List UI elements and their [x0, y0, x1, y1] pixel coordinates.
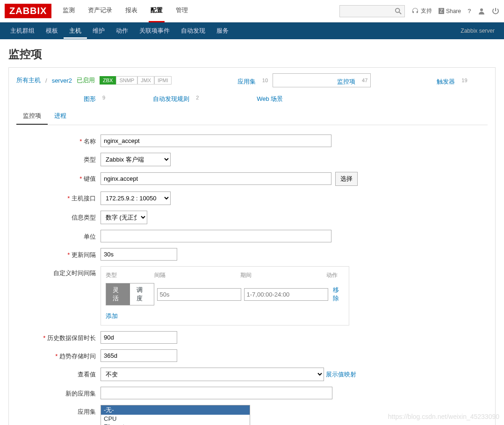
proto-badges: ZBX SNMP JMX IPMI: [100, 76, 172, 85]
form-tabs: 监控项 进程: [16, 108, 488, 125]
name-input[interactable]: [101, 135, 331, 147]
subnav-discovery[interactable]: 自动发现: [175, 23, 211, 39]
topnav: 监测 资产记录 报表 配置 管理: [61, 0, 339, 22]
subnav-hostgroups[interactable]: 主机群组: [5, 23, 40, 39]
topnav-reports[interactable]: 报表: [123, 0, 139, 22]
hist-input[interactable]: [101, 331, 177, 344]
unit-input[interactable]: [101, 230, 331, 242]
topnav-monitor[interactable]: 监测: [61, 0, 77, 22]
unit-label: 单位: [16, 230, 101, 241]
crumb-all-hosts[interactable]: 所有主机: [16, 76, 41, 85]
cint-header: 类型 间隔 期间 动作: [106, 271, 344, 279]
list-item[interactable]: -无-: [101, 405, 250, 415]
view-map-link[interactable]: 展示值映射: [326, 371, 356, 378]
view-select[interactable]: 不变: [101, 368, 324, 381]
topbar-right: 支持 Z Share ?: [339, 5, 499, 17]
iface-select[interactable]: 172.25.9.2 : 10050: [101, 191, 171, 205]
subnav-maintenance[interactable]: 维护: [87, 23, 110, 39]
hist-label: 历史数据保留时长: [16, 331, 101, 342]
type-label: 类型: [16, 153, 101, 164]
cint-add-link[interactable]: 添加: [106, 312, 344, 320]
crumb-host[interactable]: server2: [52, 77, 72, 84]
badge-ipmi: IPMI: [154, 76, 172, 85]
cint-period-input[interactable]: [244, 288, 328, 301]
svg-point-2: [480, 8, 483, 11]
newapp-label: 新的应用集: [16, 387, 101, 398]
badge-zbx: ZBX: [100, 76, 116, 85]
cint-row: 灵活 调度 移除: [106, 283, 344, 305]
key-input[interactable]: [101, 172, 331, 185]
subnav-templates[interactable]: 模板: [40, 23, 64, 39]
badge-snmp: SNMP: [116, 76, 137, 85]
subnav-correlation[interactable]: 关联项事件: [134, 23, 175, 39]
subnav-server: Zabbix server: [461, 28, 499, 34]
breadcrumb: 所有主机 / server2 已启用 ZBX SNMP JMX IPMI 应用集…: [16, 73, 488, 103]
name-label: 名称: [16, 135, 101, 146]
cint-remove-link[interactable]: 移除: [333, 286, 344, 303]
topbar: ZABBIX 监测 资产记录 报表 配置 管理 支持 Z Share ?: [0, 0, 504, 22]
page-title: 监控项: [0, 39, 504, 67]
newapp-input[interactable]: [101, 387, 332, 399]
subnav-actions[interactable]: 动作: [110, 23, 134, 39]
crumb-graphs[interactable]: 图形9: [16, 92, 105, 103]
cint-interval-input[interactable]: [157, 288, 241, 301]
trend-input[interactable]: [101, 349, 177, 362]
badge-jmx: JMX: [137, 76, 154, 85]
search-icon: [395, 8, 402, 14]
subnav-services[interactable]: 服务: [211, 23, 234, 39]
cint-type-toggle[interactable]: 灵活 调度: [106, 283, 154, 305]
status-enabled: 已启用: [77, 76, 95, 85]
type-select[interactable]: Zabbix 客户端: [101, 153, 171, 166]
subnav: 主机群组 模板 主机 维护 动作 关联项事件 自动发现 服务 Zabbix se…: [0, 22, 504, 39]
svg-point-0: [396, 8, 400, 12]
crumb-discovery[interactable]: 自动发现规则2: [110, 92, 199, 103]
crumb-web[interactable]: Web 场景: [203, 92, 288, 103]
headset-icon: [411, 7, 419, 15]
logo: ZABBIX: [5, 4, 51, 18]
upd-label: 更新间隔: [16, 248, 101, 259]
topnav-admin[interactable]: 管理: [174, 0, 190, 22]
share-badge-icon: Z: [439, 8, 444, 14]
iface-label: 主机接口: [16, 191, 101, 203]
item-form: 名称 类型Zabbix 客户端 键值选择 主机接口172.25.9.2 : 10…: [16, 125, 488, 425]
upd-input[interactable]: [101, 248, 177, 261]
apps-listbox[interactable]: -无- CPU Filesystems General Memory Netwo…: [101, 405, 250, 425]
search-input[interactable]: [339, 5, 405, 17]
key-label: 键值: [16, 172, 101, 183]
topnav-config[interactable]: 配置: [149, 0, 165, 22]
list-item[interactable]: Filesystems: [101, 423, 250, 425]
panel: 所有主机 / server2 已启用 ZBX SNMP JMX IPMI 应用集…: [8, 67, 496, 425]
help-icon[interactable]: ?: [468, 7, 471, 14]
view-label: 查看值: [16, 368, 101, 379]
info-label: 信息类型: [16, 211, 101, 222]
crumb-triggers[interactable]: 触发器19: [375, 75, 467, 86]
key-select-button[interactable]: 选择: [335, 172, 358, 186]
list-item[interactable]: CPU: [101, 415, 250, 423]
topnav-inventory[interactable]: 资产记录: [86, 0, 114, 22]
crumb-items[interactable]: 监控项47: [273, 73, 371, 87]
apps-label: 应用集: [16, 405, 101, 416]
cint-label: 自定义时间间隔: [16, 266, 101, 277]
tab-process[interactable]: 进程: [48, 108, 73, 125]
info-select[interactable]: 数字 (无正负): [101, 211, 147, 224]
crumb-apps[interactable]: 应用集10: [176, 75, 268, 86]
trend-label: 趋势存储时间: [16, 349, 101, 361]
user-icon[interactable]: [478, 7, 485, 15]
support-link[interactable]: 支持: [411, 7, 432, 15]
seg-flexible[interactable]: 灵活: [106, 283, 130, 305]
seg-schedule[interactable]: 调度: [130, 283, 154, 305]
svg-line-1: [399, 12, 401, 14]
tab-item[interactable]: 监控项: [16, 108, 48, 125]
subnav-hosts[interactable]: 主机: [64, 23, 87, 39]
power-icon[interactable]: [492, 7, 499, 15]
share-link[interactable]: Z Share: [439, 8, 461, 14]
